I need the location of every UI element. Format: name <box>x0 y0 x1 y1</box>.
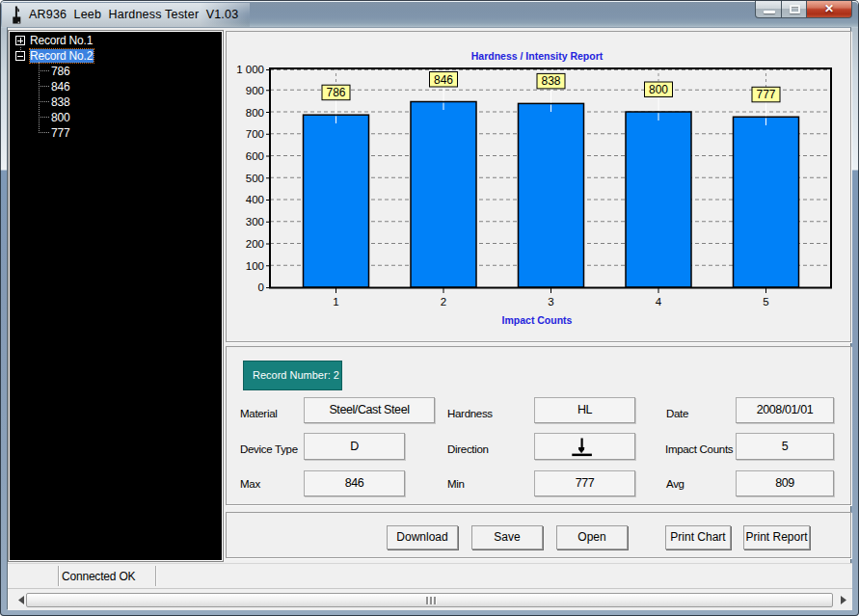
svg-text:5: 5 <box>763 296 768 308</box>
svg-text:846: 846 <box>434 73 453 87</box>
svg-text:400: 400 <box>246 194 264 205</box>
svg-text:100: 100 <box>246 260 264 272</box>
svg-text:300: 300 <box>246 216 264 228</box>
svg-text:500: 500 <box>246 173 264 184</box>
svg-text:800: 800 <box>649 83 668 96</box>
svg-text:4: 4 <box>656 296 662 308</box>
svg-text:800: 800 <box>246 107 264 119</box>
svg-text:700: 700 <box>246 128 264 140</box>
svg-text:200: 200 <box>246 238 264 250</box>
svg-text:2: 2 <box>441 296 446 308</box>
svg-text:0: 0 <box>258 281 264 293</box>
svg-text:838: 838 <box>541 74 560 88</box>
svg-text:1 000: 1 000 <box>236 64 264 75</box>
svg-text:600: 600 <box>246 150 264 162</box>
svg-text:3: 3 <box>548 296 553 308</box>
svg-text:Impact Counts: Impact Counts <box>502 314 573 326</box>
svg-text:786: 786 <box>326 86 345 99</box>
svg-text:1: 1 <box>333 296 338 308</box>
svg-text:777: 777 <box>756 88 775 101</box>
svg-text:900: 900 <box>246 85 264 96</box>
svg-text:Hardness / Intensity Report: Hardness / Intensity Report <box>471 50 604 62</box>
